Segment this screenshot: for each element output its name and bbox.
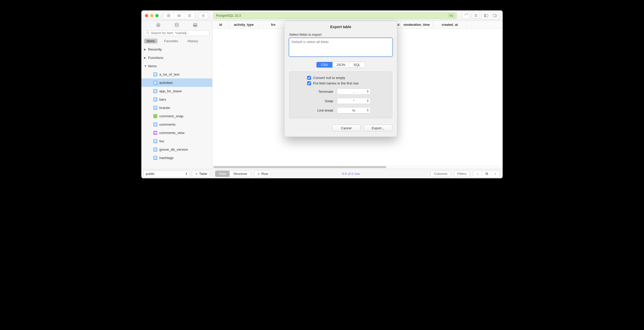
connection-badge[interactable]: PostgreSQL 10.3 loc — [213, 12, 457, 19]
mview-icon — [153, 114, 157, 118]
fields-input[interactable] — [289, 38, 392, 56]
connection-label: PostgreSQL 10.3 — [216, 14, 241, 17]
sidebar-item-comments[interactable]: comments — [141, 120, 212, 129]
cancel-button[interactable]: Cancel — [332, 125, 361, 131]
linebreak-select[interactable]: \n▲▼ — [337, 107, 371, 113]
search-input[interactable] — [144, 30, 210, 36]
window-controls — [145, 14, 159, 17]
gear-icon[interactable] — [482, 170, 491, 177]
minimize-window-button[interactable] — [150, 14, 153, 17]
sidebar-item-label: bars — [159, 97, 166, 101]
svg-rect-3 — [475, 14, 476, 15]
column-header-created_at[interactable]: created_at — [433, 21, 467, 28]
app-window: PostgreSQL 10.3 loc SQL It — [141, 10, 503, 178]
scrollbar-thumb[interactable] — [213, 166, 386, 168]
convert-null-checkbox-row: Convert null to empty — [294, 76, 387, 80]
svg-rect-5 — [475, 16, 476, 17]
add-row-button[interactable]: ＋Row — [254, 170, 271, 177]
content-bottom: Data Structure ＋Row 0-0 of 0 row Columns… — [212, 169, 503, 178]
plus-icon: ＋ — [195, 172, 198, 176]
pagination-group — [473, 170, 500, 178]
next-page-button[interactable] — [491, 170, 500, 177]
sidebar-item-brands[interactable]: brands — [141, 103, 212, 112]
convert-null-checkbox[interactable] — [307, 76, 311, 80]
table-icon — [153, 89, 157, 93]
schema-selector[interactable]: public▲▼ — [143, 170, 190, 177]
sidebar-item-label: activities — [159, 81, 173, 85]
sidebar-item-goose_db_version[interactable]: goose_db_version — [141, 145, 212, 154]
segment-favorites[interactable]: Favorites — [162, 39, 181, 44]
location-badge: loc — [448, 14, 454, 17]
view-structure-tab[interactable]: Structure — [230, 171, 251, 177]
sidebar-item-label: a_lot_of_text — [159, 72, 179, 76]
plug-icon[interactable] — [156, 23, 161, 28]
maximize-window-button[interactable] — [155, 14, 159, 17]
prev-page-button[interactable] — [473, 170, 482, 177]
sidebar-segments: Items Favorites History — [141, 38, 212, 45]
sidebar-mode-icons: SQL — [141, 21, 212, 30]
sidebar-tree: ▶Recently ▶Functions ▼Items a_lot_of_tex… — [141, 45, 212, 169]
swap-row: Swap "▲▼ — [294, 98, 387, 104]
panel-toggle-group — [482, 12, 499, 19]
filters-button[interactable]: Filters — [454, 170, 470, 177]
sidebar-item-label: app_for_leave — [159, 89, 182, 93]
search-wrap — [141, 30, 212, 38]
close-window-button[interactable] — [145, 14, 148, 17]
table-icon — [153, 72, 157, 76]
plus-icon: ＋ — [257, 172, 260, 176]
eye-icon[interactable] — [174, 12, 184, 19]
export-button[interactable]: Export... — [364, 125, 392, 131]
sidebar-item-comments_view[interactable]: comments_view — [141, 129, 212, 137]
stepper-icon: ▲▼ — [367, 109, 369, 112]
lock-icon[interactable] — [199, 12, 208, 19]
svg-point-15 — [147, 32, 149, 34]
right-panel-toggle-icon[interactable] — [490, 12, 499, 19]
add-table-button[interactable]: ＋Table — [192, 170, 210, 177]
database-icon[interactable] — [174, 23, 179, 28]
format-json[interactable]: JSON — [333, 62, 349, 68]
view-data-tab[interactable]: Data — [215, 171, 230, 177]
format-sql[interactable]: SQL — [349, 62, 365, 68]
select-fields-label: Select fields to export — [289, 33, 392, 36]
sidebar-item-hashtags[interactable]: hashtags — [141, 154, 212, 162]
table-icon — [153, 81, 157, 85]
sidebar-item-label: brands — [159, 106, 170, 110]
cancel-query-icon[interactable] — [163, 12, 174, 19]
columns-button[interactable]: Columns — [431, 170, 451, 177]
terminate-select[interactable]: ,▲▼ — [337, 88, 371, 95]
sql-icon[interactable]: SQL — [193, 23, 198, 28]
refresh-icon[interactable] — [462, 12, 470, 19]
tree-group-items[interactable]: ▼Items — [141, 62, 212, 70]
svg-rect-10 — [495, 14, 496, 17]
sidebar-item-bars[interactable]: bars — [141, 95, 212, 103]
sidebar-item-a_lot_of_text[interactable]: a_lot_of_text — [141, 70, 212, 78]
field-names-checkbox[interactable] — [307, 81, 311, 85]
segment-history[interactable]: History — [185, 39, 200, 44]
svg-point-12 — [175, 23, 178, 25]
column-header-activity_type[interactable]: activity_type — [229, 21, 259, 28]
dialog-buttons: Cancel Export... — [289, 125, 392, 131]
sidebar-item-activities[interactable]: activities — [141, 78, 212, 87]
list-icon[interactable] — [184, 12, 195, 19]
swap-select[interactable]: "▲▼ — [337, 98, 371, 104]
sidebar-item-app_for_leave[interactable]: app_for_leave — [141, 87, 212, 95]
segment-items[interactable]: Items — [144, 39, 157, 44]
tree-group-functions[interactable]: ▶Functions — [141, 53, 212, 62]
left-panel-toggle-icon[interactable] — [482, 12, 490, 19]
sidebar: SQL Items Favorites History ▶Recently ▶F… — [141, 21, 212, 178]
column-header-moderation_time[interactable]: moderation_time — [401, 21, 433, 28]
horizontal-scrollbar[interactable] — [212, 165, 503, 169]
view-mode-segment: Data Structure — [215, 170, 251, 177]
table-icon — [153, 106, 157, 110]
stepper-icon: ▲▼ — [367, 99, 369, 102]
column-header-id[interactable]: id — [212, 21, 229, 28]
column-header-fro[interactable]: fro — [259, 21, 288, 28]
field-names-checkbox-row: Put field names in the first row — [294, 81, 387, 85]
grid-icon[interactable] — [472, 12, 480, 19]
stepper-icon: ▲▼ — [185, 172, 187, 175]
sidebar-item-foo[interactable]: foo — [141, 137, 212, 145]
tree-group-recently[interactable]: ▶Recently — [141, 45, 212, 53]
format-csv[interactable]: CSV — [317, 62, 333, 68]
sidebar-item-comment_snap[interactable]: comment_snap — [141, 112, 212, 120]
toolbar-group-left — [163, 12, 195, 19]
